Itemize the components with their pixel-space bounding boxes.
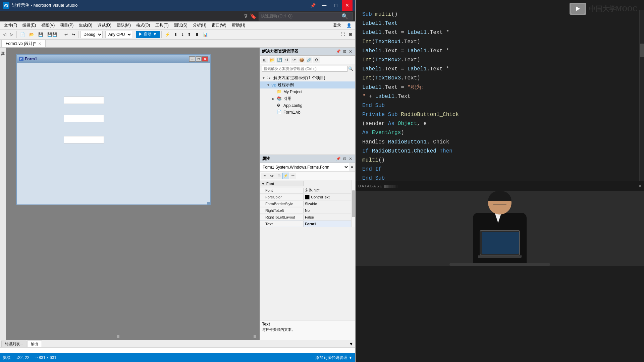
form-bottom-resize[interactable] (117, 335, 119, 338)
db-close-icon[interactable]: ✕ (638, 184, 641, 188)
menu-team[interactable]: 团队(M) (114, 22, 133, 29)
sol-props-btn[interactable]: ⚙ (313, 57, 320, 63)
menu-edit[interactable]: 编辑(E) (20, 22, 39, 29)
tb-attach[interactable]: ⚡ (163, 31, 172, 38)
sol-pin-btn[interactable]: 📌 (336, 49, 341, 54)
props-category-btn[interactable]: ≡ (261, 173, 268, 179)
code-scrollbar-thumb[interactable] (640, 44, 644, 57)
pin-button[interactable]: 📌 (308, 0, 318, 11)
props-row-righttoleft[interactable]: RightToLeft No (260, 207, 351, 214)
tree-item-form1vb[interactable]: 📄 Form1.vb (260, 109, 355, 116)
debug-config-select[interactable]: Debug (80, 31, 103, 38)
tree-item-myproject[interactable]: 📁 My Project (260, 88, 355, 95)
menu-login[interactable]: 登录 (330, 22, 344, 29)
menu-build[interactable]: 生成(B) (76, 22, 95, 29)
tab-form1-design[interactable]: Form1.vb [设计]* ✕ (1, 40, 46, 47)
sol-refresh2-btn[interactable]: ↺ (283, 57, 290, 63)
sol-git-btn[interactable]: 📦 (298, 57, 305, 63)
laptop-screen-content (482, 232, 519, 254)
tab-output[interactable]: 输出 (27, 341, 42, 347)
tb-step-in[interactable]: ⬇ (172, 31, 179, 38)
props-selector[interactable]: Form1 System.Windows.Forms.Form ▼ (260, 163, 355, 172)
close-button[interactable]: ✕ (342, 0, 353, 11)
props-alpha-btn[interactable]: az (268, 173, 275, 179)
tb-step-out[interactable]: ⬆ (186, 31, 193, 38)
sol-refresh-btn[interactable]: 🔄 (276, 57, 283, 63)
tree-item-solution[interactable]: ▼ 🗂 解决方案'过程示例'(1 个项目) (260, 74, 355, 81)
menu-debug[interactable]: 调试(D) (95, 22, 114, 29)
sol-close-btn[interactable]: ✕ (348, 49, 353, 54)
props-scrollbar-thumb[interactable] (352, 190, 355, 217)
tb-save[interactable]: 💾 (37, 31, 45, 38)
props-scrollbar[interactable] (351, 180, 355, 227)
start-button[interactable]: ▶ 启动 ▼ (136, 31, 160, 38)
account-icon[interactable]: 👤 (344, 23, 354, 28)
person-head (488, 191, 512, 215)
tb-undo[interactable]: ↩ (63, 31, 69, 38)
sol-sync-btn[interactable]: ⟳ (291, 57, 298, 63)
menu-file[interactable]: 文件(F) (1, 22, 20, 29)
design-canvas[interactable]: F Form1 ─ □ ✕ (6, 48, 260, 340)
resize-handle[interactable] (207, 202, 210, 204)
props-undock-btn[interactable]: ⊡ (342, 156, 347, 162)
tab-error-list[interactable]: 错误列表... (1, 341, 26, 347)
form-restore-btn[interactable]: □ (196, 56, 202, 62)
tb-forward[interactable]: ▷ (8, 31, 15, 38)
sol-search-input[interactable] (262, 66, 347, 72)
tree-item-project[interactable]: ▼ VB 过程示例 (260, 81, 355, 88)
tb-back[interactable]: ◁ (1, 31, 8, 38)
tb-save-all[interactable]: 💾💾 (46, 31, 59, 38)
menu-analyze[interactable]: 分析(H) (190, 22, 209, 29)
tree-item-appconfig[interactable]: ⚙ App.config (260, 102, 355, 109)
title-controls: 📌 ─ □ ✕ (308, 0, 353, 11)
form-corner-resize[interactable] (254, 335, 256, 338)
props-row-forecolor[interactable]: ForeColor ControlText (260, 194, 351, 200)
tb-new[interactable]: 📄 (18, 31, 27, 38)
props-object-select[interactable]: Form1 System.Windows.Forms.Form (260, 163, 349, 171)
tb-step-over[interactable]: ⤵ (180, 31, 185, 38)
restore-button[interactable]: □ (330, 0, 341, 11)
sol-undock-btn[interactable]: ⊡ (342, 49, 347, 54)
menu-view[interactable]: 视图(V) (39, 22, 57, 29)
bottom-collapse-btn[interactable]: ▾ (348, 341, 354, 347)
textbox3[interactable] (64, 136, 104, 143)
menu-test[interactable]: 测试(S) (171, 22, 190, 29)
sol-show-all-btn[interactable]: 📂 (269, 57, 275, 63)
props-close-btn[interactable]: ✕ (348, 156, 353, 162)
menu-project[interactable]: 项目(P) (57, 22, 76, 29)
textbox2[interactable] (64, 115, 104, 122)
form-body[interactable] (17, 63, 210, 204)
textbox1[interactable] (64, 97, 104, 104)
platform-select[interactable]: Any CPU (105, 31, 132, 38)
tab-close-btn[interactable]: ✕ (38, 42, 41, 46)
tb-breakpoint[interactable]: ⏸ (193, 31, 201, 38)
menu-tools[interactable]: 工具(T) (153, 22, 171, 29)
props-row-righttoleftlayout[interactable]: RightToLeftLayout False (260, 214, 351, 221)
menu-window[interactable]: 窗口(W) (209, 22, 229, 29)
tb-performance[interactable]: 📊 (201, 31, 210, 38)
sol-collapse-btn[interactable]: ⊞ (261, 57, 268, 63)
props-row-font[interactable]: Font 宋体, 9pt (260, 187, 351, 194)
props-props-btn[interactable]: ⊞ (275, 173, 282, 179)
tree-item-references[interactable]: ▶ 📚 引用 (260, 95, 355, 102)
props-events-btn[interactable]: ⚡ (282, 173, 289, 179)
tb-fullscreen[interactable]: ⛶ (339, 31, 346, 38)
tb-redo[interactable]: ↪ (70, 31, 77, 38)
menu-help[interactable]: 帮助(H) (229, 22, 248, 29)
tb-fullscreen2[interactable]: ⊞ (347, 31, 354, 38)
props-row-formborderstyle[interactable]: FormBorderStyle Sizable (260, 200, 351, 207)
form-close-btn[interactable]: ✕ (202, 56, 208, 62)
props-row-font-category[interactable]: ▼ Font (260, 180, 351, 187)
props-pin-btn[interactable]: 📌 (336, 156, 341, 162)
props-info-btn[interactable]: ✏ (289, 173, 296, 179)
tb-open[interactable]: 📂 (28, 31, 36, 38)
form-minimize-btn[interactable]: ─ (189, 56, 195, 62)
minimize-button[interactable]: ─ (319, 0, 330, 11)
props-dropdown-icon[interactable]: ▼ (349, 165, 355, 169)
props-row-text[interactable]: Text Form1 (260, 221, 351, 227)
code-scrollbar[interactable] (639, 10, 644, 181)
sol-git2-btn[interactable]: 🔗 (306, 57, 312, 63)
status-source-control[interactable]: ↑ 添加到源代码管理 ▼ (312, 355, 353, 361)
menu-format[interactable]: 格式(O) (133, 22, 153, 29)
quick-launch-input[interactable] (261, 14, 341, 18)
